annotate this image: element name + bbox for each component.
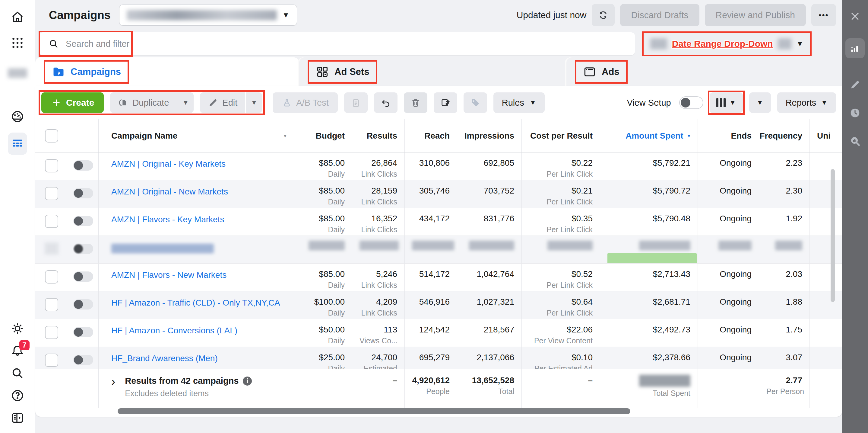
annotation-box-ad-sets-tab: Ad Sets (308, 60, 377, 84)
summary-subtitle: Excludes deleted items (125, 389, 252, 398)
column-header-cb[interactable] (35, 119, 68, 152)
edit-button[interactable]: Edit (200, 92, 245, 113)
discard-drafts-button[interactable]: Discard Drafts (620, 4, 699, 26)
tab-ad-sets[interactable]: Ad Sets (299, 57, 566, 86)
tab-ads[interactable]: Ads (566, 57, 842, 86)
info-icon[interactable]: i (243, 377, 252, 385)
cell-tg (68, 291, 99, 319)
create-button[interactable]: Create (41, 92, 104, 113)
date-range-dropdown[interactable]: Date Range Drop-Down ▼ (642, 31, 812, 56)
expand-chevron-icon[interactable]: › (111, 376, 115, 408)
reports-dropdown-button[interactable]: Reports▼ (777, 92, 836, 113)
row-checkbox[interactable] (45, 270, 58, 284)
campaign-toggle[interactable] (73, 271, 93, 282)
vertical-scrollbar-thumb[interactable] (831, 169, 835, 302)
view-setup-toggle[interactable] (679, 96, 703, 109)
column-header-reach[interactable]: Reach (405, 119, 457, 152)
chevron-down-icon: ▼ (821, 99, 828, 107)
help-icon[interactable] (8, 386, 27, 405)
tab-campaigns[interactable]: Campaigns (35, 57, 299, 86)
ads-manager-gauge-icon[interactable] (8, 107, 27, 126)
chevron-down-icon: ▼ (530, 99, 536, 107)
edit-dropdown-caret[interactable]: ▼ (245, 92, 262, 113)
cell-ends: Ongoing (698, 180, 759, 208)
columns-dropdown-button[interactable]: ▼ (710, 92, 743, 113)
campaign-name-link[interactable]: HF | Amazon - Conversions (LAL) (111, 326, 237, 335)
review-and-publish-button[interactable]: Review and Publish (705, 4, 806, 26)
column-header-budget[interactable]: Budget (294, 119, 352, 152)
row-checkbox[interactable] (45, 298, 58, 311)
column-header-cost_per_result[interactable]: Cost per Result (522, 119, 600, 152)
more-options-button[interactable]: ••• (811, 4, 836, 26)
row-checkbox[interactable] (45, 187, 58, 200)
campaign-toggle[interactable] (73, 327, 93, 337)
column-header-results[interactable]: Results (352, 119, 405, 152)
summary-ends (698, 369, 759, 408)
cell-amount_spent: $2,681.71 (600, 291, 698, 319)
row-checkbox[interactable] (45, 354, 58, 367)
export-button[interactable] (434, 92, 457, 113)
edit-pencil-icon[interactable] (845, 75, 865, 94)
breakdown-dropdown-button[interactable]: ▼ (749, 92, 771, 113)
row-checkbox[interactable] (45, 215, 58, 228)
cell-reach: 310,806 (405, 152, 457, 180)
close-icon[interactable] (845, 7, 865, 26)
analyze-chart-magnifier-icon[interactable] (845, 132, 865, 151)
campaign-toggle[interactable] (73, 299, 93, 310)
campaigns-table-icon-active[interactable] (8, 134, 27, 153)
clipboard-icon (351, 97, 361, 108)
row-checkbox[interactable] (45, 326, 58, 339)
column-header-impressions[interactable]: Impressions (457, 119, 522, 152)
clipboard-button[interactable] (344, 92, 368, 113)
campaign-toggle[interactable] (73, 160, 93, 171)
campaign-name-link[interactable]: AMZN | Flavors - New Markets (111, 270, 226, 280)
campaign-name-link[interactable]: AMZN | Flavors - Key Markets (111, 215, 224, 224)
campaigns-folder-icon (52, 65, 65, 79)
cell-cost_per_result: $22.06Per View Content (522, 319, 600, 347)
horizontal-scrollbar-thumb[interactable] (118, 408, 630, 414)
performance-chart-icon-active[interactable] (845, 39, 865, 58)
column-header-amount_spent[interactable]: Amount Spent▾ (600, 119, 698, 152)
campaign-name-link[interactable]: AMZN | Original - Key Markets (111, 159, 226, 169)
refresh-button[interactable] (592, 4, 615, 26)
home-icon[interactable] (8, 7, 27, 27)
apps-grid-icon[interactable] (8, 33, 27, 53)
history-clock-icon[interactable] (845, 103, 865, 123)
notifications-bell-icon[interactable]: 7 (8, 341, 27, 360)
rules-dropdown-button[interactable]: Rules▼ (493, 92, 545, 113)
column-header-name[interactable]: Campaign Name▾ (99, 119, 294, 152)
summary-amount-spent: Total Spent (600, 369, 698, 408)
collapse-panel-icon[interactable] (8, 408, 27, 428)
row-checkbox[interactable] (45, 159, 58, 172)
cell-frequency: 2.30 (759, 180, 810, 208)
duplicate-dropdown-caret[interactable]: ▼ (177, 92, 194, 113)
select-all-checkbox[interactable] (45, 129, 58, 143)
column-header-ends[interactable]: Ends (698, 119, 759, 152)
cell-results: 4,209Link Clicks (352, 291, 405, 319)
settings-gear-icon[interactable] (8, 319, 27, 338)
campaign-toggle[interactable] (73, 188, 93, 198)
ab-test-button[interactable]: A/B Test (273, 92, 338, 113)
column-header-frequency[interactable]: Frequency (759, 119, 810, 152)
undo-button[interactable] (374, 92, 398, 113)
cell-name: AMZN | Original - New Markets (99, 180, 294, 208)
tag-button[interactable] (464, 92, 487, 113)
horizontal-scrollbar (35, 408, 842, 414)
campaigns-table: Campaign Name▾BudgetResultsReachImpressi… (35, 119, 842, 375)
duplicate-button[interactable]: Duplicate (110, 92, 177, 113)
campaign-name-link[interactable]: AMZN | Original - New Markets (111, 187, 228, 196)
delete-button[interactable] (404, 92, 427, 113)
column-header-uni: Uni (810, 119, 842, 152)
ad-account-selector[interactable]: ▼ (119, 4, 297, 26)
campaign-toggle[interactable] (73, 216, 93, 226)
campaign-name-link[interactable]: HF_Brand Awareness (Men) (111, 354, 218, 363)
campaign-name-link[interactable]: HF | Amazon - Traffic (CLD) - Only TX,NY… (111, 298, 280, 308)
campaign-toggle[interactable] (73, 244, 93, 254)
rail-search-icon[interactable] (8, 364, 27, 383)
summary-uni (810, 369, 842, 408)
cell-uni (810, 291, 842, 319)
campaign-toggle[interactable] (73, 355, 93, 365)
search-input[interactable]: Search and filter (39, 32, 635, 55)
cell-impressions: 703,752 (457, 180, 522, 208)
summary-impressions: 13,652,528Total (457, 369, 522, 408)
